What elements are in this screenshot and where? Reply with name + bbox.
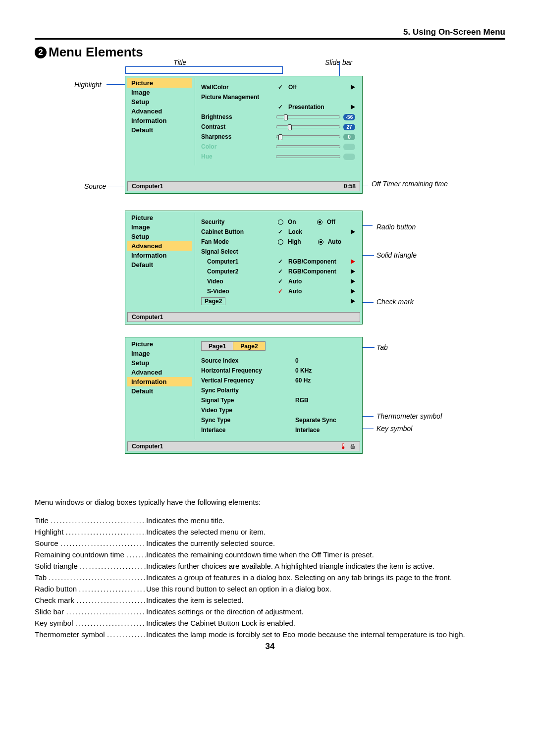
definition-text: Indicates the remaining countdown time w… — [146, 550, 374, 559]
radio-high[interactable] — [278, 239, 283, 245]
slider-contrast[interactable] — [276, 125, 340, 128]
menu-item-image[interactable]: Image — [127, 349, 192, 358]
row-wallcolor[interactable]: WallColor Off — [201, 82, 355, 92]
value-svideo: Auto — [288, 288, 302, 295]
settings-pane: Security On Off Cabinet Button Lock Fan … — [195, 213, 360, 310]
thermometer-icon — [342, 443, 345, 450]
annotated-diagram: Title Slide bar Highlight Source Off Tim… — [35, 57, 505, 498]
tab-page2[interactable]: Page2 — [233, 341, 265, 351]
triangle-icon — [351, 299, 355, 304]
menu-item-information[interactable]: Information — [127, 251, 192, 260]
label-page2: Page2 — [201, 297, 225, 305]
menu-item-default[interactable]: Default — [127, 386, 192, 396]
row-contrast[interactable]: Contrast 27 — [201, 122, 355, 132]
dot-leader: ........................................… — [79, 585, 146, 593]
row-hue: Hue — [201, 152, 355, 162]
label-high: High — [288, 238, 301, 245]
definition-text: Use this round button to select an optio… — [146, 585, 331, 593]
menu-item-picture[interactable]: Picture — [127, 78, 192, 88]
value: RGB — [295, 397, 309, 404]
menu-item-picture[interactable]: Picture — [127, 213, 192, 222]
row-comp1[interactable]: Computer1 RGB/Component — [201, 257, 355, 267]
menu-item-default[interactable]: Default — [127, 125, 192, 135]
row-security[interactable]: Security On Off — [201, 217, 355, 227]
row-picman-val[interactable]: Presentation — [201, 102, 355, 112]
label-off: Off — [327, 218, 335, 225]
menu-item-information[interactable]: Information — [127, 377, 192, 386]
definition-term: Check mark — [35, 596, 76, 604]
definition-row: Thermometer symbol .....................… — [35, 630, 505, 639]
slider-hue — [276, 155, 340, 158]
slider-brightness[interactable] — [276, 115, 340, 118]
row-page2[interactable]: Page2 — [201, 296, 355, 306]
menu-item-advanced[interactable]: Advanced — [127, 107, 192, 116]
value-wallcolor: Off — [288, 84, 297, 91]
row-svideo[interactable]: S-Video Auto — [201, 286, 355, 296]
menu-item-setup[interactable]: Setup — [127, 358, 192, 368]
menu-item-image[interactable]: Image — [127, 88, 192, 97]
label-wallcolor: WallColor — [201, 84, 278, 91]
osd-panel-information: Picture Image Setup Advanced Information… — [125, 337, 363, 454]
menu-item-default[interactable]: Default — [127, 260, 192, 270]
row-fan[interactable]: Fan Mode High Auto — [201, 237, 355, 247]
value-video: Auto — [288, 278, 302, 285]
label-video: Video — [201, 278, 278, 285]
value-cabinet: Lock — [288, 228, 302, 235]
definitions-list: Title ..................................… — [35, 516, 505, 639]
menu-item-advanced[interactable]: Advanced — [127, 368, 192, 377]
slider-sharpness[interactable] — [276, 135, 340, 138]
definition-term: Slide bar — [35, 607, 66, 616]
menu-item-picture[interactable]: Picture — [127, 339, 192, 349]
definition-term: Tab — [35, 573, 49, 582]
value: Separate Sync — [295, 417, 336, 424]
label-sigsel: Signal Select — [201, 248, 278, 255]
leader-title — [182, 62, 182, 66]
dot-leader: ........................................… — [51, 516, 146, 525]
value: Interlace — [295, 427, 320, 433]
definition-text: Indicates the lamp mode is forcibly set … — [146, 630, 465, 639]
label-contrast: Contrast — [201, 123, 276, 130]
triangle-icon — [351, 105, 355, 109]
menu-item-information[interactable]: Information — [127, 116, 192, 125]
dot-leader: ........................................… — [66, 607, 146, 616]
row-video[interactable]: Video Auto — [201, 276, 355, 286]
definition-term: Solid triangle — [35, 562, 80, 570]
dot-leader: ........................................… — [107, 630, 146, 639]
definition-term: Key symbol — [35, 619, 75, 627]
label: Signal Type — [201, 397, 295, 404]
radio-on[interactable] — [278, 219, 283, 225]
row-vidtype: Video Type — [201, 405, 355, 415]
row-cabinet[interactable]: Cabinet Button Lock — [201, 227, 355, 237]
label-fan: Fan Mode — [201, 238, 278, 245]
tabs: Page1 Page2 — [201, 341, 355, 351]
definition-row: Remaining countdown time ...............… — [35, 550, 505, 559]
callout-radio: Radio button — [376, 223, 416, 231]
callout-source: Source — [84, 182, 106, 190]
row-comp2[interactable]: Computer2 RGB/Component — [201, 267, 355, 276]
menu-sidebar: Picture Image Setup Advanced Information… — [127, 339, 192, 396]
row-syncpol: Sync Polarity — [201, 385, 355, 395]
status-bar: Computer1 — [127, 441, 360, 451]
value: 60 Hz — [295, 377, 311, 384]
value-sharpness: 0 — [343, 134, 355, 140]
triangle-icon — [351, 279, 355, 284]
row-brightness[interactable]: Brightness -56 — [201, 112, 355, 122]
menu-item-advanced[interactable]: Advanced — [127, 241, 192, 251]
radio-off[interactable] — [317, 219, 322, 225]
definition-text: Indicates the Cabinet Button Lock is ena… — [146, 619, 295, 627]
menu-item-setup[interactable]: Setup — [127, 232, 192, 241]
radio-auto[interactable] — [318, 239, 323, 245]
row-vfreq: Vertical Frequency60 Hz — [201, 376, 355, 385]
tab-page1[interactable]: Page1 — [201, 341, 233, 351]
status-bar: Computer1 — [127, 312, 360, 322]
definition-text: Indicates a group of features in a dialo… — [146, 573, 452, 582]
row-picman[interactable]: Picture Management — [201, 92, 355, 102]
menu-item-image[interactable]: Image — [127, 222, 192, 232]
row-sharpness[interactable]: Sharpness 0 — [201, 132, 355, 142]
leader-source — [108, 186, 125, 186]
menu-item-setup[interactable]: Setup — [127, 97, 192, 107]
triangle-icon — [351, 289, 355, 294]
intro-text: Menu windows or dialog boxes typically h… — [35, 498, 505, 506]
check-icon — [278, 258, 285, 265]
check-icon — [278, 278, 285, 285]
